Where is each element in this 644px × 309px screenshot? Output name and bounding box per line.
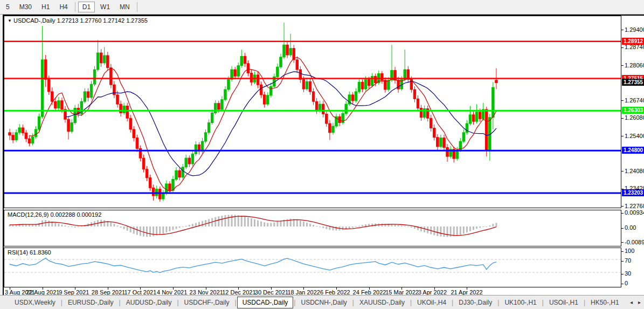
candle xyxy=(61,101,63,109)
candle xyxy=(296,60,298,70)
candle xyxy=(224,90,226,100)
candle xyxy=(332,126,334,133)
macd-histogram-bar xyxy=(123,226,125,229)
macd-histogram-bar xyxy=(45,220,46,226)
macd-histogram-bar xyxy=(146,226,148,237)
macd-panel[interactable]: MACD(12,26,9) 0.002288 0.000192 xyxy=(4,210,621,246)
macd-histogram-bar xyxy=(440,226,441,237)
rsi-panel[interactable]: RSI(14) 61.8360 xyxy=(4,248,621,287)
macd-histogram-bar xyxy=(251,218,252,226)
macd-histogram-bar xyxy=(473,226,474,230)
macd-histogram-bar xyxy=(482,226,484,227)
tab-ukoilh4[interactable]: UKOil-,H4 xyxy=(412,297,451,308)
chart-dropdown-icon[interactable]: ▼ xyxy=(8,18,12,23)
candle xyxy=(306,81,308,89)
tab-usdchfdaily[interactable]: USDCHF-,Daily xyxy=(179,297,234,308)
macd-histogram-bar xyxy=(447,226,448,237)
price-tick: 1.28060 xyxy=(621,62,644,68)
timeframe-button-5[interactable]: 5 xyxy=(2,2,14,12)
macd-histogram-bar xyxy=(414,226,416,229)
candle xyxy=(34,129,37,137)
candle xyxy=(368,79,370,85)
tab-scroll-right-icon[interactable]: ▸ xyxy=(638,299,641,305)
timeframe-button-h1[interactable]: H1 xyxy=(37,2,54,12)
macd-histogram-bar xyxy=(342,226,344,230)
candle xyxy=(107,56,109,68)
tab-usoilh1[interactable]: USOil-,H1 xyxy=(544,297,583,308)
candle xyxy=(87,92,89,98)
toolbar-separator xyxy=(137,2,137,12)
macd-histogram-bar xyxy=(316,226,317,226)
candle xyxy=(270,86,272,95)
macd-scale-tick: 0.00 xyxy=(621,224,636,231)
macd-histogram-bar xyxy=(492,224,494,226)
candle xyxy=(276,67,279,77)
candle xyxy=(358,82,360,92)
macd-histogram-bar xyxy=(218,216,219,226)
main-chart-panel[interactable]: ▼ USDCAD-,Daily 1.27213 1.27760 1.27142 … xyxy=(4,16,621,208)
macd-histogram-bar xyxy=(309,224,311,226)
tab-hk50h1[interactable]: HK50-,H1 xyxy=(586,297,624,308)
candle xyxy=(195,145,197,154)
tab-audusddaily[interactable]: AUDUSD-,Daily xyxy=(121,297,177,308)
chart-ohlc-values: 1.27213 1.27760 1.27142 1.27355 xyxy=(57,17,148,24)
macd-histogram-bar xyxy=(238,215,239,226)
candle xyxy=(22,128,24,133)
macd-histogram-bar xyxy=(336,226,337,230)
macd-histogram-bar xyxy=(244,216,246,226)
candle xyxy=(322,104,324,114)
price-tick: 1.26080 xyxy=(621,114,644,121)
price-scale[interactable]: 1.294001.287401.280601.267401.260801.254… xyxy=(621,16,644,296)
candle xyxy=(417,99,419,108)
timeframe-button-mn[interactable]: MN xyxy=(115,2,134,12)
candle xyxy=(149,178,151,188)
macd-histogram-bar xyxy=(61,224,63,226)
tab-scroll-left-icon[interactable]: ◂ xyxy=(630,299,633,305)
tab-usdcnhdaily[interactable]: USDCNH-,Daily xyxy=(296,297,351,308)
candle xyxy=(250,73,252,82)
candle xyxy=(129,118,131,129)
timeframe-button-m30[interactable]: M30 xyxy=(15,2,36,12)
macd-name: MACD(12,26,9) xyxy=(8,211,49,218)
candle xyxy=(479,112,481,119)
candle xyxy=(319,104,321,111)
candle xyxy=(420,108,422,117)
macd-histogram-bar xyxy=(489,225,490,226)
macd-histogram-bar xyxy=(495,223,497,226)
candle xyxy=(113,85,115,95)
candle xyxy=(240,56,243,65)
rsi-name: RSI(14) xyxy=(8,249,28,256)
chart-window: ▼ USDCAD-,Daily 1.27213 1.27760 1.27142 … xyxy=(3,15,644,295)
price-tick: 1.25400 xyxy=(621,133,644,139)
macd-histogram-bar xyxy=(300,221,301,226)
tab-eurusddaily[interactable]: EURUSD-,Daily xyxy=(63,297,119,308)
level-price-label: 1.23203 xyxy=(622,189,644,196)
candle xyxy=(110,68,112,85)
candle xyxy=(244,56,246,63)
candle xyxy=(384,80,386,90)
candle xyxy=(286,45,288,55)
timeframe-button-h4[interactable]: H4 xyxy=(55,2,72,12)
candle xyxy=(397,80,399,89)
macd-histogram-bar xyxy=(247,217,249,226)
macd-histogram-bar xyxy=(189,225,190,226)
candle xyxy=(51,92,53,101)
rsi-label: RSI(14) 61.8360 xyxy=(8,249,51,256)
tab-xauusddaily[interactable]: XAUUSD-,Daily xyxy=(355,297,410,308)
macd-histogram-bar xyxy=(479,226,481,228)
tab-usdxweekly[interactable]: USDX,Weekly xyxy=(10,297,60,308)
candle xyxy=(165,184,168,193)
tab-usdcaddaily[interactable]: USDCAD-,Daily xyxy=(237,297,294,308)
macd-histogram-bar xyxy=(270,223,272,226)
candle xyxy=(159,189,161,199)
timeframe-button-d1[interactable]: D1 xyxy=(78,2,95,12)
candle xyxy=(103,56,106,63)
tab-dj30daily[interactable]: DJ30-,Daily xyxy=(454,297,497,308)
macd-histogram-bar xyxy=(267,223,268,226)
macd-histogram-bar xyxy=(381,224,383,226)
tab-uk100h1[interactable]: UK100-,H1 xyxy=(500,297,541,308)
candle xyxy=(443,138,445,148)
macd-histogram-bar xyxy=(326,226,327,229)
price-tick: 1.24080 xyxy=(621,168,644,174)
timeframe-button-w1[interactable]: W1 xyxy=(96,2,114,12)
